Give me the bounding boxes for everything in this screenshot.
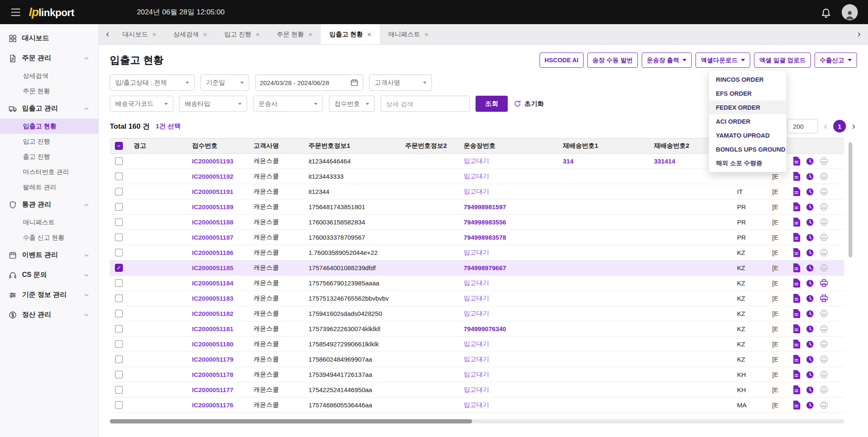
status-filter-select[interactable]: 입/출고상태 : 전체 — [110, 75, 195, 91]
customer-filter-select[interactable]: 고객사명 — [369, 75, 432, 91]
menu-item[interactable]: RINCOS ORDER — [709, 72, 786, 86]
hscode-ai-button[interactable]: HSCODE AI — [540, 53, 584, 68]
receipt-number-link[interactable]: IC2000051176 — [192, 401, 234, 409]
sidebar-group-customs[interactable]: 통관 관리 — [0, 195, 98, 215]
row-checkbox[interactable] — [115, 340, 123, 348]
document-icon[interactable] — [793, 202, 800, 211]
receipt-number-link[interactable]: IC2000051184 — [192, 279, 234, 287]
bell-icon[interactable] — [821, 7, 832, 18]
manual-invoice-button[interactable]: 송장 수동 발번 — [587, 53, 638, 68]
sidebar-group-cs[interactable]: CS 문의 — [0, 265, 98, 285]
menu-toggle-icon[interactable] — [10, 7, 21, 18]
table-row[interactable]: IC2000051179캐윤스쿨1758602484969907aa입고대기KZ… — [110, 352, 844, 367]
excel-download-button[interactable]: 엑셀다운로드 — [696, 53, 750, 68]
document-icon[interactable] — [793, 401, 800, 409]
receipt-number-link[interactable]: IC2000051192 — [192, 173, 234, 180]
tab-close-icon[interactable]: × — [424, 31, 428, 38]
printer-icon[interactable] — [820, 401, 828, 409]
table-row[interactable]: IC2000051182캐윤스쿨175941602sdads0428250입고대… — [110, 306, 844, 321]
document-icon[interactable] — [793, 355, 800, 364]
receipt-number-link[interactable]: IC2000051186 — [192, 249, 234, 256]
printer-icon[interactable] — [820, 264, 828, 272]
user-avatar-icon[interactable] — [842, 4, 858, 20]
history-icon[interactable] — [806, 172, 814, 181]
sidebar-item-inbound-progress[interactable]: 입고 진행 — [0, 134, 98, 149]
menu-item[interactable]: BONGLS UPS GROUND — [709, 142, 786, 156]
document-icon[interactable] — [793, 172, 800, 181]
date-type-select[interactable]: 기준일 — [200, 75, 249, 91]
receipt-number-link[interactable]: IC2000051191 — [192, 188, 234, 195]
tab-item[interactable]: 주문 현황× — [268, 24, 321, 44]
keyword-search-input[interactable] — [381, 96, 470, 112]
sidebar-item-master-number[interactable]: 마스터번호 관리 — [0, 164, 98, 180]
tab-close-icon[interactable]: × — [367, 31, 371, 38]
tab-scroll-right-button[interactable]: › — [853, 24, 865, 44]
printer-icon[interactable] — [820, 355, 828, 363]
date-range-input[interactable]: 2024/03/28 - 2024/06/28 — [255, 75, 363, 91]
tab-item[interactable]: 입출고 현황× — [321, 24, 380, 44]
tracking-number-link[interactable]: 794998983578 — [464, 234, 506, 241]
history-icon[interactable] — [806, 294, 814, 303]
menu-item[interactable]: YAMATO UPROAD — [709, 128, 786, 142]
receipt-number-link[interactable]: IC2000051193 — [192, 158, 234, 165]
document-icon[interactable] — [793, 385, 800, 394]
document-icon[interactable] — [793, 370, 800, 379]
ship-type-select[interactable]: 배송타입 — [179, 96, 247, 112]
carrier-select[interactable]: 운송사 — [253, 96, 323, 112]
history-icon[interactable] — [806, 157, 814, 166]
sidebar-item-advanced-search[interactable]: 상세검색 — [0, 68, 98, 83]
row-checkbox[interactable] — [115, 172, 123, 180]
document-icon[interactable] — [793, 279, 800, 288]
select-all-checkbox[interactable]: − — [115, 142, 123, 150]
printer-icon[interactable] — [820, 386, 828, 394]
sidebar-item-export-declaration[interactable]: 수출 신고 현황 — [0, 230, 98, 245]
print-waybill-button[interactable]: 운송장 출력 — [642, 53, 692, 68]
table-row[interactable]: IC2000051187캐윤스쿨176003337870956779499898… — [110, 230, 844, 245]
menu-item[interactable]: EFS ORDER — [709, 86, 786, 100]
number-type-select[interactable]: 접수번호 — [329, 96, 375, 112]
receipt-number-link[interactable]: IC2000051180 — [192, 340, 234, 348]
receipt-number-link[interactable]: IC2000051179 — [192, 356, 234, 363]
history-icon[interactable] — [806, 279, 814, 288]
prev-page-button[interactable]: ‹ — [822, 121, 829, 131]
export-declare-button[interactable]: 수출신고 — [815, 53, 857, 68]
document-icon[interactable] — [793, 248, 800, 257]
history-icon[interactable] — [806, 203, 814, 211]
printer-icon[interactable] — [820, 279, 828, 287]
tracking-number-link[interactable]: 794998983556 — [464, 218, 506, 226]
search-button[interactable]: 조회 — [476, 96, 508, 112]
history-icon[interactable] — [806, 325, 814, 333]
row-checkbox[interactable] — [115, 371, 123, 379]
tracking-number-link[interactable]: 794998981597 — [464, 203, 506, 210]
sidebar-group-events[interactable]: 이벤트 관리 — [0, 245, 98, 265]
row-checkbox[interactable] — [115, 249, 123, 257]
sidebar-group-inout[interactable]: 입출고 관리 — [0, 99, 98, 119]
table-row[interactable]: IC2000051186캐윤스쿨1.76003589052044e+22입고대기… — [110, 245, 844, 260]
printer-icon[interactable] — [820, 249, 828, 257]
tracking-number-link[interactable]: 794999076340 — [464, 325, 506, 332]
tab-close-icon[interactable]: × — [152, 31, 156, 38]
tab-scroll-left-button[interactable]: ‹ — [101, 24, 114, 44]
document-icon[interactable] — [793, 157, 800, 166]
printer-icon[interactable] — [820, 172, 828, 180]
page-size-select[interactable]: 200 — [787, 119, 818, 133]
history-icon[interactable] — [806, 249, 814, 257]
app-logo[interactable]: lp linkport — [29, 6, 74, 19]
row-checkbox[interactable] — [115, 233, 123, 241]
sidebar-item-outbound-progress[interactable]: 출고 진행 — [0, 149, 98, 164]
row-checkbox[interactable] — [115, 325, 123, 333]
row-checkbox[interactable] — [115, 401, 123, 409]
sidebar-item-inout-status[interactable]: 입출고 현황 — [0, 119, 98, 134]
sidebar-item-dashboard[interactable]: 대시보드 — [0, 28, 98, 48]
receipt-number-link[interactable]: IC2000051185 — [192, 264, 234, 271]
page-number-button[interactable]: 1 — [833, 120, 846, 133]
document-icon[interactable] — [793, 309, 800, 318]
printer-icon[interactable] — [820, 157, 828, 165]
printer-icon[interactable] — [820, 188, 828, 196]
sidebar-group-orders[interactable]: 주문 관리 — [0, 48, 98, 68]
horizontal-scrollbar[interactable] — [110, 419, 844, 423]
sidebar-item-pallet[interactable]: 팔레트 관리 — [0, 180, 98, 195]
excel-upload-button[interactable]: 엑셀 일괄 업로드 — [754, 53, 811, 68]
history-icon[interactable] — [806, 188, 814, 196]
sidebar-item-manifest[interactable]: 매니페스트 — [0, 215, 98, 230]
